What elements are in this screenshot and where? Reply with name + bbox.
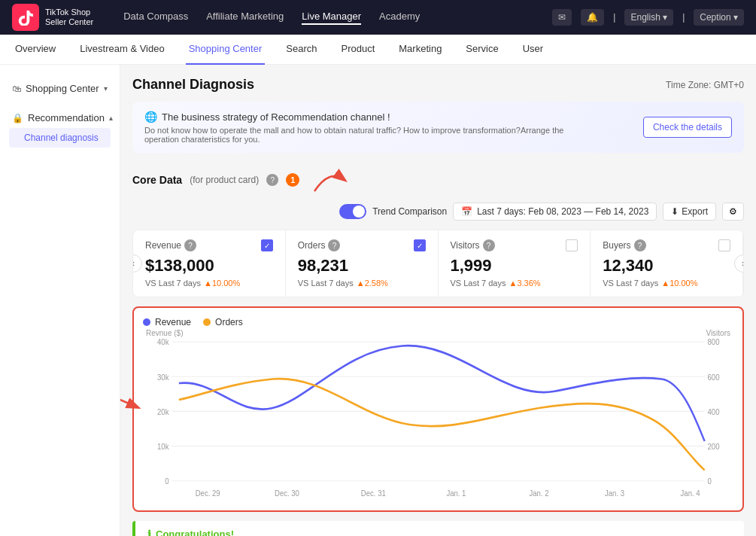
chart-svg: 40k 30k 20k 10k 0 800 600 400 200 0 Dec.… xyxy=(143,333,733,499)
subnav-product[interactable]: Product xyxy=(338,35,378,65)
sidebar-group-recommendation: 🔒 Recommendation ▴ Channel diagnosis xyxy=(0,103,120,152)
metrics-row: ‹ Revenue ? ✓ $138,000 VS Last 7 days ▲1… xyxy=(132,230,744,297)
sidebar-group-shopping: 🛍 Shopping Center ▾ xyxy=(0,74,120,103)
page-title: Channel Diagnosis xyxy=(132,77,254,93)
trend-comparison-toggle[interactable] xyxy=(339,204,366,219)
svg-text:Dec. 30: Dec. 30 xyxy=(275,489,299,498)
globe-icon: 🌐 xyxy=(144,111,157,123)
svg-text:0: 0 xyxy=(708,477,712,486)
svg-text:30k: 30k xyxy=(157,373,169,382)
revenue-info-icon[interactable]: ? xyxy=(184,239,196,251)
svg-text:800: 800 xyxy=(708,338,720,347)
orders-checkbox[interactable]: ✓ xyxy=(414,239,426,251)
svg-text:Dec. 31: Dec. 31 xyxy=(361,489,386,498)
svg-text:Jan. 2: Jan. 2 xyxy=(529,489,548,498)
metric-visitors-comparison: VS Last 7 days ▲3.36% xyxy=(451,279,578,288)
info-banner-desc: Do not know how to operate the mall and … xyxy=(144,126,596,144)
top-navigation: TikTok Shop Seller Center Data Compass A… xyxy=(0,0,756,35)
core-data-info-icon[interactable]: ? xyxy=(266,174,278,186)
svg-text:200: 200 xyxy=(708,442,720,451)
shop-icon: 🛍 xyxy=(12,84,21,94)
y-axis-left-title: Revnue ($) xyxy=(146,329,183,337)
svg-text:10k: 10k xyxy=(157,442,169,451)
divider2: | xyxy=(682,12,685,23)
svg-text:20k: 20k xyxy=(157,407,169,416)
buyers-info-icon[interactable]: ? xyxy=(634,239,646,251)
date-range-button[interactable]: 📅 Last 7 days: Feb 08, 2023 — Feb 14, 20… xyxy=(453,203,657,221)
metric-revenue-header: Revenue ? ✓ xyxy=(145,239,273,251)
export-button[interactable]: ⬇ Export xyxy=(663,203,716,221)
core-data-header: Core Data (for product card) ? 1 Trend C… xyxy=(132,165,744,221)
info-circle-icon: ℹ xyxy=(147,528,151,536)
revenue-checkbox[interactable]: ✓ xyxy=(261,239,273,251)
metric-orders-label: Orders ? xyxy=(298,239,341,251)
metric-card-orders: Orders ? ✓ 98,231 VS Last 7 days ▲2.58% xyxy=(286,230,439,297)
nav-live-manager[interactable]: Live Manager xyxy=(302,11,361,25)
legend-orders: Orders xyxy=(203,317,243,327)
settings-icon-button[interactable]: ⚙ xyxy=(722,203,744,221)
buyers-change: ▲10.00% xyxy=(661,279,697,288)
subnav-livestream[interactable]: Livestream & Video xyxy=(77,35,168,65)
info-banner: 🌐 The business strategy of Recommendatio… xyxy=(132,102,744,153)
page-header: Channel Diagnosis Time Zone: GMT+0 xyxy=(132,77,744,93)
metric-buyers-comparison: VS Last 7 days ▲10.00% xyxy=(603,279,730,288)
timezone-label: Time Zone: GMT+0 xyxy=(666,80,744,90)
core-data-subtitle: (for product card) xyxy=(190,175,259,185)
check-details-button[interactable]: Check the details xyxy=(643,117,732,138)
visitors-checkbox[interactable] xyxy=(566,239,578,251)
chevron-down-icon: ▾ xyxy=(104,84,108,93)
svg-text:Jan. 4: Jan. 4 xyxy=(681,489,700,498)
logo-text: TikTok Shop Seller Center xyxy=(45,8,93,27)
orders-info-icon[interactable]: ? xyxy=(328,239,340,251)
download-icon: ⬇ xyxy=(671,206,679,217)
svg-text:Dec. 29: Dec. 29 xyxy=(196,489,220,498)
nav-data-compass[interactable]: Data Compass xyxy=(123,11,188,25)
legend-revenue: Revenue xyxy=(143,317,191,327)
metric-buyers-header: Buyers ? xyxy=(603,239,730,251)
user-menu[interactable]: Ception ▾ xyxy=(694,9,744,26)
message-button[interactable]: ✉ xyxy=(552,9,572,26)
language-selector[interactable]: English ▾ xyxy=(624,9,673,26)
metric-revenue-label: Revenue ? xyxy=(145,239,196,251)
metric-buyers-value: 12,340 xyxy=(603,256,730,276)
visitors-info-icon[interactable]: ? xyxy=(483,239,495,251)
chart-legend: Revenue Orders xyxy=(143,317,733,327)
nav-affiliate-marketing[interactable]: Affiliate Marketing xyxy=(206,11,284,25)
subnav-shopping-center[interactable]: Shopping Center xyxy=(186,35,266,65)
sidebar-recommendation[interactable]: 🔒 Recommendation ▴ xyxy=(9,108,111,128)
svg-text:Jan. 1: Jan. 1 xyxy=(446,489,466,498)
main-layout: 🛍 Shopping Center ▾ 🔒 Recommendation ▴ C… xyxy=(0,65,756,536)
metric-orders-comparison: VS Last 7 days ▲2.58% xyxy=(298,279,426,288)
subnav-marketing[interactable]: Marketing xyxy=(396,35,445,65)
bell-button[interactable]: 🔔 xyxy=(581,9,604,26)
metric-card-buyers: Buyers ? 12,340 VS Last 7 days ▲10.00% xyxy=(591,230,743,297)
metric-visitors-header: Visitors ? xyxy=(451,239,578,251)
congrats-content: ℹ Congratulations! You increased 10 new … xyxy=(147,528,531,536)
y-axis-right-title: Visitors xyxy=(706,329,730,337)
nav-academy[interactable]: Academy xyxy=(379,11,420,25)
sidebar-channel-diagnosis[interactable]: Channel diagnosis xyxy=(9,128,111,148)
subnav-overview[interactable]: Overview xyxy=(12,35,59,65)
chart-container: Revenue Orders Revnue ($) Visitors xyxy=(132,306,744,512)
metric-card-visitors: Visitors ? 1,999 VS Last 7 days ▲3.36% xyxy=(439,230,591,297)
subnav-service[interactable]: Service xyxy=(463,35,501,65)
subnav-user[interactable]: User xyxy=(520,35,546,65)
logo[interactable]: TikTok Shop Seller Center xyxy=(12,4,93,31)
buyers-checkbox[interactable] xyxy=(718,239,730,251)
main-content: Channel Diagnosis Time Zone: GMT+0 🌐 The… xyxy=(120,65,756,536)
metric-visitors-value: 1,999 xyxy=(451,256,578,276)
metric-revenue-comparison: VS Last 7 days ▲10.00% xyxy=(145,279,273,288)
svg-text:Jan. 3: Jan. 3 xyxy=(605,489,624,498)
chevron-up-icon: ▴ xyxy=(109,114,113,122)
divider: | xyxy=(613,12,615,23)
svg-text:40k: 40k xyxy=(157,338,169,347)
congrats-banner: ℹ Congratulations! You increased 10 new … xyxy=(132,521,744,536)
subnav-search[interactable]: Search xyxy=(283,35,320,65)
lock-icon: 🔒 xyxy=(12,113,23,123)
top-nav-right: ✉ 🔔 | English ▾ | Ception ▾ xyxy=(552,9,744,26)
svg-text:400: 400 xyxy=(708,407,720,416)
info-banner-content: 🌐 The business strategy of Recommendatio… xyxy=(144,111,596,144)
core-data-title: Core Data xyxy=(132,174,182,186)
sidebar-shopping-center[interactable]: 🛍 Shopping Center ▾ xyxy=(9,78,111,99)
orders-change: ▲2.58% xyxy=(357,279,388,288)
